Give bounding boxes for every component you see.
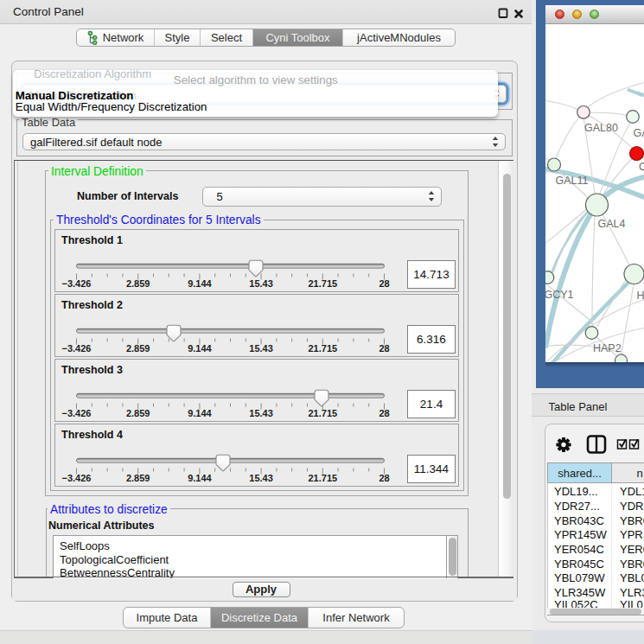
svg-text:2.859: 2.859	[126, 342, 150, 353]
svg-text:−3.426: −3.426	[62, 342, 92, 353]
svg-text:15.43: 15.43	[249, 472, 273, 482]
svg-text:28: 28	[379, 407, 389, 418]
svg-text:15.43: 15.43	[249, 277, 273, 288]
svg-text:9.144: 9.144	[188, 407, 212, 418]
svg-text:GAL11: GAL11	[556, 174, 589, 186]
svg-text:GA: GA	[634, 127, 644, 139]
svg-text:HAP2: HAP2	[593, 342, 622, 354]
svg-text:2.859: 2.859	[126, 472, 150, 482]
svg-text:2.859: 2.859	[126, 277, 150, 288]
svg-text:H: H	[637, 290, 644, 302]
svg-text:21.715: 21.715	[308, 472, 337, 482]
svg-text:21.715: 21.715	[308, 277, 337, 288]
svg-text:9.144: 9.144	[188, 472, 212, 482]
svg-text:2.859: 2.859	[126, 407, 150, 418]
svg-text:15.43: 15.43	[249, 407, 273, 418]
svg-text:28: 28	[379, 472, 389, 482]
svg-text:21.715: 21.715	[308, 407, 337, 418]
svg-text:GAL4: GAL4	[598, 218, 626, 230]
svg-text:28: 28	[379, 342, 389, 353]
svg-text:15.43: 15.43	[249, 342, 273, 353]
svg-text:9.144: 9.144	[188, 342, 212, 353]
svg-text:28: 28	[379, 277, 389, 288]
svg-text:C: C	[639, 160, 644, 172]
svg-text:−3.426: −3.426	[62, 407, 92, 418]
svg-text:−3.426: −3.426	[62, 472, 92, 482]
svg-text:−3.426: −3.426	[62, 277, 92, 288]
svg-text:GCY1: GCY1	[545, 289, 574, 301]
svg-text:GAL80: GAL80	[584, 121, 618, 133]
svg-text:21.715: 21.715	[308, 342, 337, 353]
svg-text:9.144: 9.144	[188, 277, 212, 288]
